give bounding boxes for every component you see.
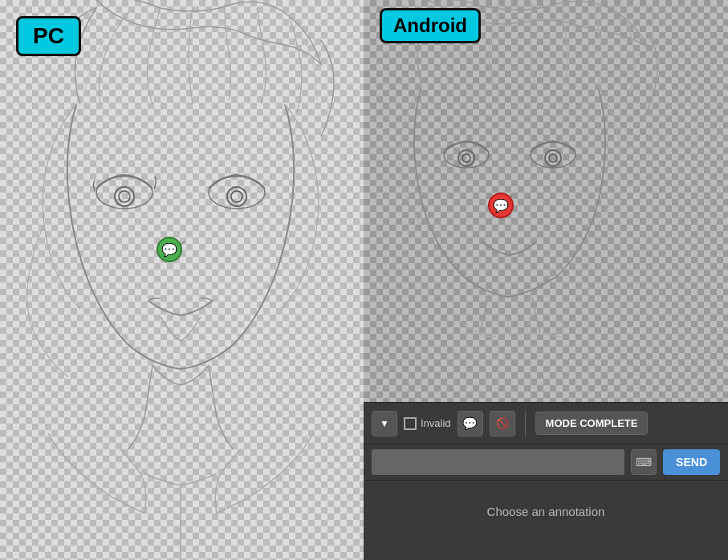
eye-slash-icon: 🚫 (496, 417, 509, 429)
bottom-info-text: Choose an annotation (487, 505, 605, 518)
invalid-checkbox[interactable] (404, 417, 417, 430)
keyboard-btn[interactable]: ⌨ (631, 449, 657, 475)
android-checkerboard (364, 0, 728, 402)
android-text-input-area: ⌨ SEND (364, 444, 728, 480)
pc-annotation-pin[interactable]: 💬 (157, 237, 182, 262)
toolbar-invalid-group: Invalid (404, 417, 451, 430)
android-label-badge: Android (380, 8, 481, 43)
android-canvas-area[interactable]: Android 💬 (364, 0, 728, 402)
toolbar-comment-btn[interactable]: 💬 (458, 411, 483, 436)
mode-complete-button[interactable]: MODE COMPLETE (535, 412, 649, 435)
android-annotation-pin[interactable]: 💬 (488, 193, 514, 218)
comment-icon: 💬 (462, 416, 478, 431)
toolbar-separator (525, 412, 526, 436)
android-panel: Android 💬 ▼ Invalid 💬 🚫 MODE COMPLETE (364, 0, 728, 560)
send-button[interactable]: SEND (663, 449, 720, 475)
android-bottom-toolbar: ▼ Invalid 💬 🚫 MODE COMPLETE (364, 402, 728, 444)
pc-pin-icon: 💬 (161, 242, 177, 258)
pc-checkerboard (0, 0, 364, 560)
android-pin-icon: 💬 (493, 198, 509, 213)
android-text-input[interactable] (372, 449, 624, 475)
invalid-label: Invalid (421, 417, 451, 429)
keyboard-icon: ⌨ (636, 456, 652, 469)
pc-label-badge: PC (16, 16, 81, 56)
mode-complete-label: MODE COMPLETE (546, 417, 638, 429)
pc-panel: PC 💬 (0, 0, 364, 560)
android-bottom-info: Choose an annotation (364, 480, 728, 560)
dropdown-arrow-icon: ▼ (380, 418, 389, 429)
send-label: SEND (676, 456, 707, 469)
android-label-text: Android (393, 14, 467, 36)
toolbar-eye-slash-btn[interactable]: 🚫 (490, 411, 515, 436)
toolbar-dropdown-btn[interactable]: ▼ (372, 411, 397, 436)
pc-label-text: PC (33, 23, 64, 48)
